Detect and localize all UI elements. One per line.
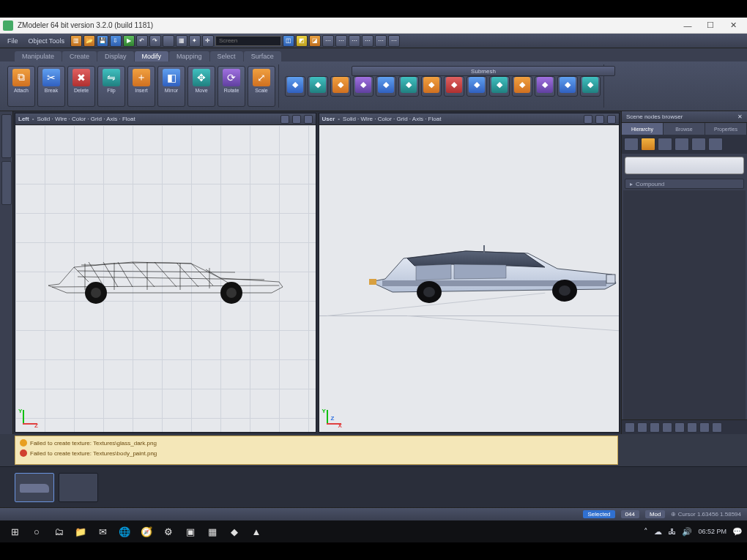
search-input[interactable] — [215, 36, 281, 46]
tray-clock[interactable]: 06:52 PM — [698, 528, 726, 535]
minimize-button[interactable]: — — [677, 18, 699, 33]
material-thumbnail-strip[interactable] — [0, 466, 747, 507]
ribbon-delete-button[interactable]: ✖Delete — [67, 66, 95, 107]
tray-notifications-icon[interactable]: 💬 — [732, 527, 743, 537]
viewport-user-opt1[interactable] — [584, 115, 592, 124]
ribbon-extra-icon-12[interactable]: ◆ — [535, 76, 555, 97]
ribbon-move-button[interactable]: ✥Move — [187, 66, 215, 107]
sp-bottom-icon-6[interactable] — [687, 422, 697, 433]
ribbon-tab-mapping[interactable]: Mapping — [169, 51, 209, 61]
message-log[interactable]: Failed to create texture: Textures\glass… — [15, 436, 618, 465]
tray-network-icon[interactable]: 🖧 — [668, 527, 676, 536]
status-mode[interactable]: Mod — [645, 510, 666, 518]
side-panel-body[interactable] — [623, 190, 746, 419]
ribbon-tab-manipulate[interactable]: Manipulate — [15, 51, 62, 61]
viewport-left-canvas[interactable]: Y Z — [15, 125, 316, 432]
ribbon-flip-button[interactable]: ⇋Flip — [97, 66, 125, 107]
taskbar-app-6[interactable]: 🌐 — [114, 523, 135, 540]
close-button[interactable]: ✕ — [722, 18, 744, 33]
toolbar-undo-icon[interactable]: ↶ — [136, 35, 148, 47]
toolbar-redo-icon[interactable]: ↷ — [149, 35, 161, 47]
ribbon-tab-create[interactable]: Create — [62, 51, 97, 61]
side-tab-browse[interactable]: Browse — [664, 123, 705, 135]
left-strip-tab-2[interactable] — [1, 161, 12, 205]
sp-bottom-icon-8[interactable] — [712, 422, 722, 433]
ribbon-extra-icon-13[interactable]: ◆ — [557, 76, 578, 97]
taskbar-app-3[interactable]: 🗂 — [48, 523, 69, 540]
ribbon-extra-icon-14[interactable]: ◆ — [580, 76, 601, 97]
taskbar-app-12[interactable]: ▲ — [246, 523, 267, 540]
sp-bottom-icon-7[interactable] — [699, 422, 710, 433]
viewport-user-canvas[interactable]: Y X Z — [319, 125, 620, 432]
left-strip-tab-1[interactable] — [1, 114, 12, 158]
viewport-left-toolbar[interactable]: Solid · Wire · Color · Grid · Axis · Flo… — [37, 116, 135, 122]
toolbar-extra1-icon[interactable]: ⋯ — [322, 35, 334, 47]
ribbon-extra-icon-1[interactable]: ◆ — [285, 76, 305, 97]
viewport-user-opt2[interactable] — [595, 115, 604, 124]
ribbon-tab-display[interactable]: Display — [97, 51, 134, 61]
ribbon-extra-icon-9[interactable]: ◆ — [467, 76, 487, 97]
toolbar-extra5-icon[interactable]: ⋯ — [375, 35, 387, 47]
taskbar-app-2[interactable]: ○ — [26, 523, 47, 540]
taskbar-app-5[interactable]: ✉ — [92, 523, 113, 540]
tray-cloud-icon[interactable]: ☁ — [654, 527, 662, 537]
ribbon-scale-button[interactable]: ⤢Scale — [248, 66, 275, 107]
maximize-button[interactable]: ☐ — [699, 18, 721, 33]
ribbon-extra-icon-10[interactable]: ◆ — [489, 76, 510, 97]
ribbon-tab-select[interactable]: Select — [210, 51, 243, 61]
ribbon-extra-icon-6[interactable]: ◆ — [398, 76, 419, 97]
ribbon-extra-icon-7[interactable]: ◆ — [421, 76, 442, 97]
tray-up-icon[interactable]: ˄ — [644, 527, 648, 537]
ribbon-extra-icon-5[interactable]: ◆ — [376, 76, 396, 97]
toolbar-extra6-icon[interactable]: ⋯ — [388, 35, 400, 47]
viewport-user-name[interactable]: User — [322, 116, 335, 122]
side-panel-main-button[interactable] — [625, 157, 744, 174]
toolbar-open-icon[interactable]: 📂 — [83, 35, 95, 47]
toolbar-snap-icon[interactable]: ✦ — [189, 35, 201, 47]
side-panel-section-compound[interactable]: ▸ Compound — [625, 179, 744, 189]
viewport-user-opt3[interactable] — [607, 115, 616, 124]
toolbar-view3-icon[interactable]: ◪ — [309, 35, 321, 47]
sp-bottom-icon-2[interactable] — [637, 422, 647, 433]
ribbon-insert-button[interactable]: ＋Insert — [127, 66, 155, 107]
viewport-left-opt3[interactable] — [304, 115, 313, 124]
toolbar-grid-icon[interactable]: ▦ — [176, 35, 187, 47]
level-object-icon[interactable] — [691, 138, 706, 151]
taskbar-app-1[interactable]: ⊞ — [4, 523, 25, 540]
toolbar-new-icon[interactable]: ▥ — [70, 35, 82, 47]
side-tab-hierarchy[interactable]: Hierarchy — [622, 123, 664, 135]
ribbon-rotate-button[interactable]: ⟳Rotate — [218, 66, 245, 107]
level-poly-icon[interactable] — [674, 138, 689, 151]
level-face-icon[interactable] — [658, 138, 672, 151]
toolbar-import-icon[interactable]: ⇩ — [110, 35, 122, 47]
toolbar-play-icon[interactable]: ▶ — [123, 35, 135, 47]
toolbar-extra2-icon[interactable]: ⋯ — [335, 35, 347, 47]
thumbnail-2[interactable] — [59, 473, 98, 502]
tray-volume-icon[interactable]: 🔊 — [682, 527, 692, 537]
toolbar-extra3-icon[interactable]: ⋯ — [349, 35, 360, 47]
viewport-user-toolbar[interactable]: Solid · Wire · Color · Grid · Axis · Flo… — [343, 116, 441, 122]
sp-bottom-icon-5[interactable] — [674, 422, 685, 433]
level-extra-icon[interactable] — [708, 138, 723, 151]
viewport-left-opt2[interactable] — [292, 115, 301, 124]
viewport-left-name[interactable]: Left — [18, 116, 29, 122]
ribbon-extra-icon-2[interactable]: ◆ — [308, 76, 328, 97]
ribbon-extra-icon-8[interactable]: ◆ — [444, 76, 464, 97]
toolbar-view2-icon[interactable]: ◩ — [296, 35, 308, 47]
ribbon-extra-icon-11[interactable]: ◆ — [512, 76, 532, 97]
taskbar-app-10[interactable]: ▦ — [202, 523, 223, 540]
taskbar-app-4[interactable]: 📁 — [70, 523, 91, 540]
ribbon-mirror-button[interactable]: ◧Mirror — [157, 66, 185, 107]
sp-bottom-icon-1[interactable] — [625, 422, 635, 433]
ribbon-extra-icon-3[interactable]: ◆ — [330, 76, 351, 97]
menu-file[interactable]: File — [3, 36, 23, 46]
toolbar-extra4-icon[interactable]: ⋯ — [362, 35, 374, 47]
thumbnail-1[interactable] — [15, 473, 54, 502]
side-panel-close-icon[interactable]: ✕ — [737, 113, 743, 120]
ribbon-break-button[interactable]: ✂Break — [37, 66, 65, 107]
sp-bottom-icon-4[interactable] — [662, 422, 672, 433]
ribbon-tab-modify[interactable]: Modify — [135, 51, 169, 61]
ribbon-attach-button[interactable]: ⧉Attach — [7, 66, 35, 107]
ribbon-extra-icon-4[interactable]: ◆ — [353, 76, 374, 97]
level-vertex-icon[interactable] — [624, 138, 639, 151]
